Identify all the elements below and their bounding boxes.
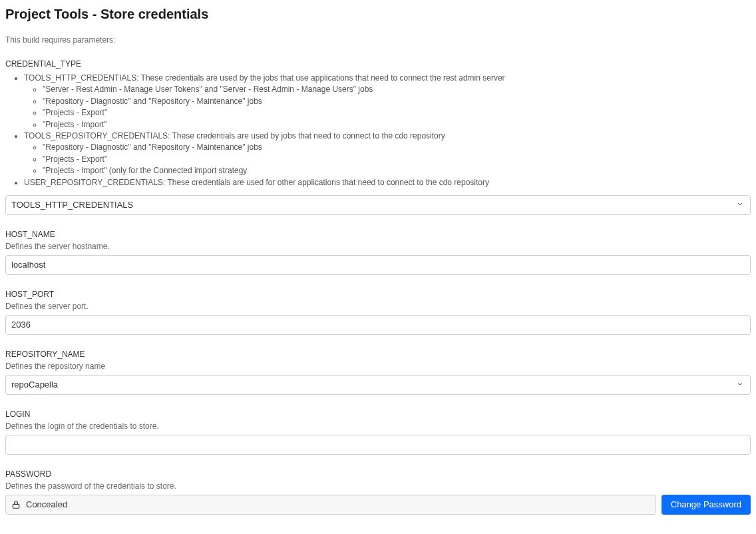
credential-type-subitem: "Projects - Import" [43,119,751,131]
field-credential-type: CREDENTIAL_TYPE TOOLS_HTTP_CREDENTIALS: … [5,59,751,215]
select-repository-name[interactable]: repoCapella [5,375,751,395]
desc-login: Defines the login of the credentials to … [5,421,751,431]
label-login: LOGIN [5,409,751,419]
credential-type-subitem: "Server - Rest Admin - Manage User Token… [43,84,751,95]
credential-type-subitem: "Projects - Import" (only for the Connec… [43,165,751,176]
intro-text: This build requires parameters: [5,35,751,45]
input-login[interactable] [5,435,751,455]
svg-rect-0 [13,504,19,508]
label-host-name: HOST_NAME [5,230,751,239]
change-password-button[interactable]: Change Password [662,495,751,515]
credential-type-section: TOOLS_REPOSITORY_CREDENTIALS: These cred… [24,131,751,177]
input-host-port[interactable] [5,315,751,335]
credential-type-section: TOOLS_HTTP_CREDENTIALS: These credential… [24,73,751,131]
field-host-port: HOST_PORT Defines the server port. [5,290,751,335]
field-repository-name: REPOSITORY_NAME Defines the repository n… [5,350,751,395]
credential-type-subitem: "Repository - Diagnostic" and "Repositor… [43,142,751,153]
credential-type-section: USER_REPOSITORY_CREDENTIALS: These crede… [24,177,751,188]
label-password: PASSWORD [5,469,751,479]
password-display: Concealed [5,495,656,515]
field-login: LOGIN Defines the login of the credentia… [5,409,751,455]
page-title: Project Tools - Store credentials [5,7,751,22]
desc-password: Defines the password of the credentials … [5,481,751,491]
label-host-port: HOST_PORT [5,290,751,299]
field-password: PASSWORD Defines the password of the cre… [5,469,751,515]
desc-repository-name: Defines the repository name [5,362,751,371]
credential-type-subitem: "Projects - Export" [43,154,751,165]
input-host-name[interactable] [5,255,751,275]
select-credential-type[interactable]: TOOLS_HTTP_CREDENTIALSTOOLS_REPOSITORY_C… [5,195,751,215]
password-status: Concealed [26,499,67,509]
field-host-name: HOST_NAME Defines the server hostname. [5,230,751,275]
desc-host-name: Defines the server hostname. [5,242,751,251]
desc-host-port: Defines the server port. [5,302,751,311]
credential-type-subitem: "Projects - Export" [43,107,751,119]
credential-type-description: TOOLS_HTTP_CREDENTIALS: These credential… [24,73,751,188]
credential-type-subitem: "Repository - Diagnostic" and "Repositor… [43,96,751,107]
label-repository-name: REPOSITORY_NAME [5,350,751,359]
label-credential-type: CREDENTIAL_TYPE [5,59,751,69]
lock-icon [11,500,21,509]
